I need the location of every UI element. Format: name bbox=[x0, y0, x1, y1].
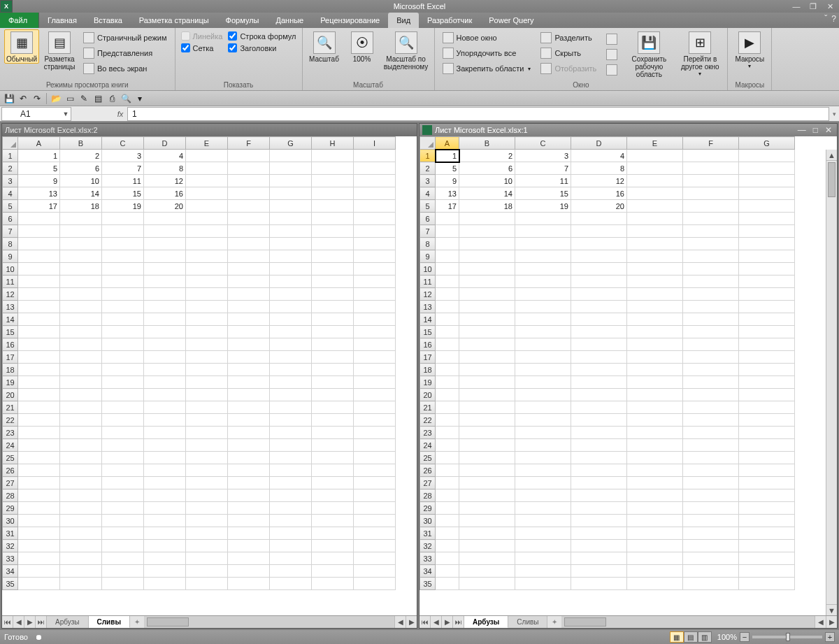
select-all-corner[interactable] bbox=[3, 137, 18, 150]
cell-F7[interactable] bbox=[683, 225, 739, 238]
cell-I10[interactable] bbox=[354, 263, 396, 276]
hscroll-left[interactable] bbox=[144, 616, 394, 628]
cell-C10[interactable] bbox=[515, 263, 571, 276]
cell-C4[interactable]: 15 bbox=[515, 187, 571, 200]
cell-A20[interactable] bbox=[436, 389, 459, 401]
cell-D10[interactable] bbox=[144, 263, 186, 276]
cell-A11[interactable] bbox=[436, 276, 459, 288]
cell-F24[interactable] bbox=[683, 439, 739, 452]
cell-C14[interactable] bbox=[102, 313, 144, 326]
cell-E22[interactable] bbox=[186, 414, 228, 427]
cell-F21[interactable] bbox=[228, 401, 270, 414]
pane-title-right[interactable]: Лист Microsoft Excel.xlsx:1 — □ ✕ bbox=[420, 124, 837, 136]
cell-G13[interactable] bbox=[739, 301, 795, 313]
cell-F30[interactable] bbox=[683, 515, 739, 527]
cell-E2[interactable] bbox=[627, 162, 683, 175]
row-header-12[interactable]: 12 bbox=[420, 288, 436, 301]
row-header-10[interactable]: 10 bbox=[420, 263, 436, 276]
cell-F13[interactable] bbox=[683, 301, 739, 313]
select-all-corner[interactable] bbox=[420, 137, 436, 150]
tab-Формулы[interactable]: Формулы bbox=[217, 13, 268, 28]
row-header-21[interactable]: 21 bbox=[3, 401, 18, 414]
qat-btn-7[interactable]: ▤ bbox=[92, 92, 104, 105]
cell-C31[interactable] bbox=[515, 527, 571, 540]
cell-A27[interactable] bbox=[18, 477, 60, 489]
cell-E35[interactable] bbox=[186, 578, 228, 590]
cell-E32[interactable] bbox=[186, 540, 228, 552]
cell-A18[interactable] bbox=[436, 364, 459, 376]
cell-F19[interactable] bbox=[683, 376, 739, 389]
cell-C5[interactable]: 19 bbox=[515, 200, 571, 213]
cell-E9[interactable] bbox=[627, 250, 683, 263]
freeze-panes-button[interactable]: Закрепить области▾ bbox=[439, 62, 535, 76]
col-header-B[interactable]: B bbox=[60, 137, 102, 150]
cell-C34[interactable] bbox=[102, 565, 144, 578]
macros-button[interactable]: ▶Макросы▾ bbox=[732, 29, 767, 70]
cell-B16[interactable] bbox=[459, 338, 515, 351]
cell-I16[interactable] bbox=[354, 338, 396, 351]
cell-E13[interactable] bbox=[186, 301, 228, 313]
cell-B33[interactable] bbox=[60, 552, 102, 565]
cell-G24[interactable] bbox=[739, 439, 795, 452]
cell-A21[interactable] bbox=[18, 401, 60, 414]
cell-B25[interactable] bbox=[459, 452, 515, 464]
cell-E13[interactable] bbox=[627, 301, 683, 313]
cell-A13[interactable] bbox=[436, 301, 459, 313]
formula-input[interactable]: 1 bbox=[127, 107, 829, 121]
cell-A35[interactable] bbox=[18, 578, 60, 590]
cell-D13[interactable] bbox=[144, 301, 186, 313]
cell-B4[interactable]: 14 bbox=[60, 187, 102, 200]
cell-C30[interactable] bbox=[102, 515, 144, 527]
cell-A9[interactable] bbox=[436, 250, 459, 263]
cell-C3[interactable]: 11 bbox=[515, 175, 571, 187]
cell-H4[interactable] bbox=[312, 187, 354, 200]
row-header-18[interactable]: 18 bbox=[3, 364, 18, 376]
col-header-E[interactable]: E bbox=[186, 137, 228, 150]
col-header-A[interactable]: A bbox=[18, 137, 60, 150]
cell-D34[interactable] bbox=[144, 565, 186, 578]
cell-F3[interactable] bbox=[228, 175, 270, 187]
cell-B9[interactable] bbox=[60, 250, 102, 263]
cell-E17[interactable] bbox=[627, 351, 683, 364]
cell-B29[interactable] bbox=[60, 502, 102, 515]
row-header-19[interactable]: 19 bbox=[420, 376, 436, 389]
cell-G35[interactable] bbox=[739, 578, 795, 590]
row-header-34[interactable]: 34 bbox=[3, 565, 18, 578]
sheet-nav-prev[interactable]: ◀ bbox=[431, 616, 442, 628]
cell-E29[interactable] bbox=[186, 502, 228, 515]
cell-G23[interactable] bbox=[270, 427, 312, 439]
cell-B12[interactable] bbox=[60, 288, 102, 301]
cell-F16[interactable] bbox=[683, 338, 739, 351]
row-header-20[interactable]: 20 bbox=[420, 389, 436, 401]
cell-B34[interactable] bbox=[459, 565, 515, 578]
cell-B10[interactable] bbox=[459, 263, 515, 276]
cell-E34[interactable] bbox=[186, 565, 228, 578]
vscroll-right[interactable]: ▲ ▼ bbox=[826, 150, 837, 615]
cell-F34[interactable] bbox=[228, 565, 270, 578]
row-header-34[interactable]: 34 bbox=[420, 565, 436, 578]
cell-E25[interactable] bbox=[627, 452, 683, 464]
macro-record-icon[interactable]: ⏺ bbox=[35, 633, 43, 641]
cell-D3[interactable]: 12 bbox=[144, 175, 186, 187]
cell-G9[interactable] bbox=[739, 250, 795, 263]
hscroll-right-arrow-r[interactable]: ▶ bbox=[826, 616, 837, 628]
cell-F32[interactable] bbox=[228, 540, 270, 552]
cell-F12[interactable] bbox=[228, 288, 270, 301]
cell-E2[interactable] bbox=[186, 162, 228, 175]
hide-button[interactable]: Скрыть bbox=[537, 46, 600, 60]
cell-H22[interactable] bbox=[312, 414, 354, 427]
cell-A27[interactable] bbox=[436, 477, 459, 489]
cell-F25[interactable] bbox=[683, 452, 739, 464]
cell-A4[interactable]: 13 bbox=[18, 187, 60, 200]
cell-I29[interactable] bbox=[354, 502, 396, 515]
zoom-in-button[interactable]: + bbox=[825, 632, 835, 642]
cell-G3[interactable] bbox=[739, 175, 795, 187]
cell-A28[interactable] bbox=[18, 489, 60, 502]
cell-I14[interactable] bbox=[354, 313, 396, 326]
cell-A20[interactable] bbox=[18, 389, 60, 401]
cell-C3[interactable]: 11 bbox=[102, 175, 144, 187]
cell-B27[interactable] bbox=[60, 477, 102, 489]
view-btn-break[interactable]: ▥ bbox=[698, 631, 712, 643]
row-header-17[interactable]: 17 bbox=[420, 351, 436, 364]
col-header-E[interactable]: E bbox=[627, 137, 683, 150]
